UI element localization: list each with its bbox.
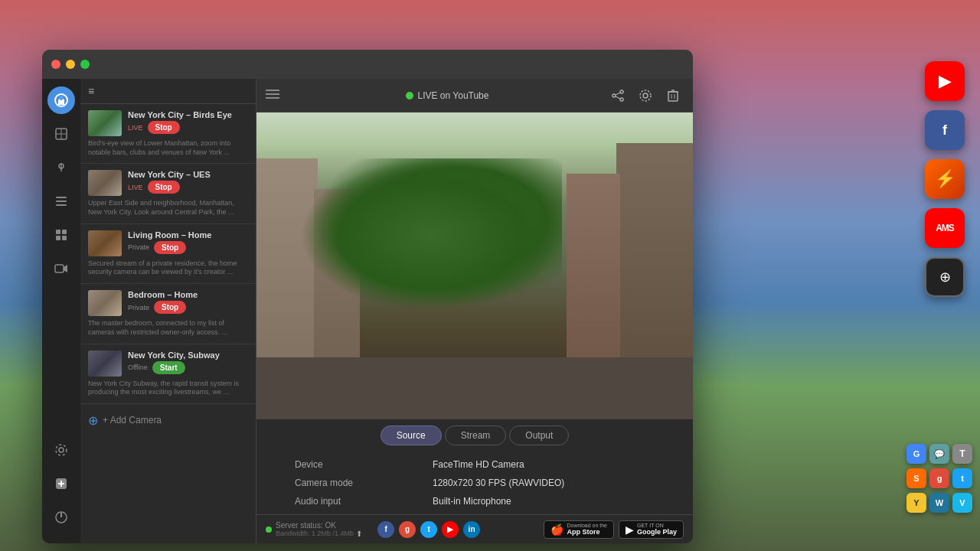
google-play-line1: GET IT ON	[637, 523, 677, 528]
social-twitter[interactable]: t	[420, 521, 437, 538]
mini-icon-y[interactable]: Y	[906, 493, 926, 513]
stop-button-nyc-birds[interactable]: Stop	[148, 121, 180, 134]
svg-point-17	[56, 445, 67, 455]
sidebar-icon-list[interactable]	[47, 187, 75, 215]
app-store-line2: App Store	[567, 528, 607, 536]
app-store-badge[interactable]: 🍎 Download on the App Store	[544, 520, 614, 539]
mini-icon-twitter[interactable]: t	[952, 468, 972, 488]
server-status: Server status: OK Bandwidth: 1.2Mb /1.4M…	[266, 521, 362, 538]
camera-mode-label: Camera mode	[295, 478, 417, 488]
settings-button[interactable]	[635, 85, 656, 106]
sidebar-icon-home[interactable]	[47, 86, 75, 114]
google-play-badge[interactable]: ▶ GET IT ON Google Play	[619, 520, 684, 539]
social-linkedin[interactable]: in	[463, 521, 480, 538]
dock-adobe-icon[interactable]: AMS	[925, 208, 965, 248]
camera-thumb-living	[88, 230, 122, 256]
camera-name-nyc-ues: New York City – UES	[128, 170, 248, 179]
svg-point-26	[620, 90, 623, 93]
tab-output[interactable]: Output	[509, 425, 569, 445]
camera-item-living-room[interactable]: Living Room – Home Private Stop Secured …	[80, 224, 256, 284]
camera-item-subway[interactable]: New York City, Subway Offline Start New …	[80, 344, 256, 404]
share-button[interactable]	[607, 85, 629, 106]
device-value: FaceTime HD Camera	[433, 459, 670, 470]
svg-point-32	[640, 90, 651, 101]
tab-row: Source Stream Output	[256, 419, 693, 452]
svg-rect-9	[56, 204, 67, 206]
mini-icon-msg[interactable]: 💬	[929, 444, 949, 464]
sidebar-icon-plus[interactable]	[47, 470, 75, 497]
footer: Server status: OK Bandwidth: 1.2Mb /1.4M…	[256, 514, 693, 543]
stop-button-bedroom[interactable]: Stop	[154, 301, 186, 314]
camera-thumb-subway	[88, 350, 122, 377]
svg-point-2	[60, 97, 63, 100]
mini-icon-google[interactable]: G	[906, 444, 926, 464]
sidebar-icon-power[interactable]	[47, 504, 75, 531]
sidebar-icon-grid[interactable]	[47, 221, 75, 249]
device-label: Device	[295, 459, 417, 470]
bandwidth-icon[interactable]: ⬆	[356, 530, 362, 538]
dock-youtube-icon[interactable]: ▶	[925, 61, 965, 101]
svg-rect-8	[56, 201, 67, 202]
maximize-button[interactable]	[80, 60, 90, 69]
camera-item-nyc-ues[interactable]: New York City – UES LIVE Stop Upper East…	[80, 164, 256, 223]
minimize-button[interactable]	[66, 60, 75, 69]
status-badge-nyc-ues: LIVE	[128, 184, 143, 191]
sidebar-icon-book[interactable]	[47, 120, 75, 148]
social-google-plus[interactable]: g	[399, 521, 416, 538]
add-camera-icon: ⊕	[88, 413, 98, 428]
status-dot	[266, 527, 272, 533]
close-button[interactable]	[51, 60, 60, 69]
mini-icon-wp[interactable]: W	[929, 493, 949, 513]
sidebar-icon-video[interactable]	[47, 255, 75, 282]
server-status-container: Server status: OK Bandwidth: 1.2Mb /1.4M…	[276, 521, 362, 538]
google-play-icon: ▶	[626, 523, 634, 536]
google-play-text: GET IT ON Google Play	[637, 523, 677, 536]
mini-icon-s[interactable]: S	[906, 468, 926, 488]
delete-button[interactable]	[662, 85, 684, 106]
camera-name-living: Living Room – Home	[128, 230, 248, 240]
camera-info-nyc-ues: New York City – UES LIVE Stop	[128, 170, 248, 194]
camera-desc-subway: New York City Subway, the rapid transit …	[88, 380, 248, 397]
dock-lightning-icon[interactable]: ⚡	[925, 159, 965, 199]
social-youtube[interactable]: ▶	[442, 521, 459, 538]
mini-icon-t[interactable]: T	[952, 444, 972, 464]
svg-line-30	[616, 96, 620, 99]
sidebar-icon-settings[interactable]	[47, 436, 75, 464]
svg-rect-13	[62, 236, 67, 240]
street-scene	[256, 112, 693, 419]
camera-item-bedroom[interactable]: Bedroom – Home Private Stop The master b…	[80, 284, 256, 344]
sidebar-icon-location[interactable]	[47, 154, 75, 181]
camera-thumb-bedroom	[88, 290, 122, 316]
start-button-subway[interactable]: Start	[152, 361, 185, 374]
svg-rect-10	[56, 230, 60, 234]
camera-desc-nyc-birds: Bird's-eye view of Lower Manhattan, zoom…	[88, 139, 248, 157]
live-text: LIVE on YouTube	[418, 90, 489, 101]
mini-icon-v[interactable]: V	[952, 493, 972, 513]
svg-rect-11	[62, 230, 67, 234]
social-facebook[interactable]: f	[377, 521, 394, 538]
status-badge-living: Private	[128, 243, 149, 251]
tab-stream[interactable]: Stream	[445, 425, 507, 445]
camera-name-bedroom: Bedroom – Home	[128, 290, 248, 299]
stop-button-living[interactable]: Stop	[154, 241, 186, 254]
svg-point-27	[620, 98, 623, 101]
camera-desc-living: Secured stream of a private residence, t…	[88, 259, 248, 277]
hamburger-icon[interactable]: ≡	[88, 85, 94, 97]
apple-icon: 🍎	[550, 523, 564, 536]
camera-item-nyc-birds[interactable]: New York City – Birds Eye LIVE Stop Bird…	[80, 104, 256, 164]
add-camera-button[interactable]: ⊕ + Add Camera	[80, 404, 256, 437]
stop-button-nyc-ues[interactable]: Stop	[148, 181, 180, 194]
audio-input-label: Audio input	[295, 496, 417, 507]
dock-target-icon[interactable]: ⊕	[925, 257, 965, 297]
tab-source[interactable]: Source	[381, 425, 442, 445]
hamburger-main[interactable]	[266, 89, 287, 103]
live-indicator: LIVE on YouTube	[295, 90, 599, 101]
mini-icon-gp2[interactable]: g	[929, 468, 949, 488]
dock-facebook-icon[interactable]: f	[925, 110, 965, 150]
camera-info-living: Living Room – Home Private Stop	[128, 230, 248, 254]
status-badge-bedroom: Private	[128, 304, 149, 311]
bandwidth-text: Bandwidth: 1.2Mb /1.4Mb	[276, 530, 354, 537]
list-header: ≡	[80, 79, 256, 104]
camera-desc-nyc-ues: Upper East Side and neighborhood, Manhat…	[88, 199, 248, 217]
tree-overlay	[300, 158, 562, 311]
